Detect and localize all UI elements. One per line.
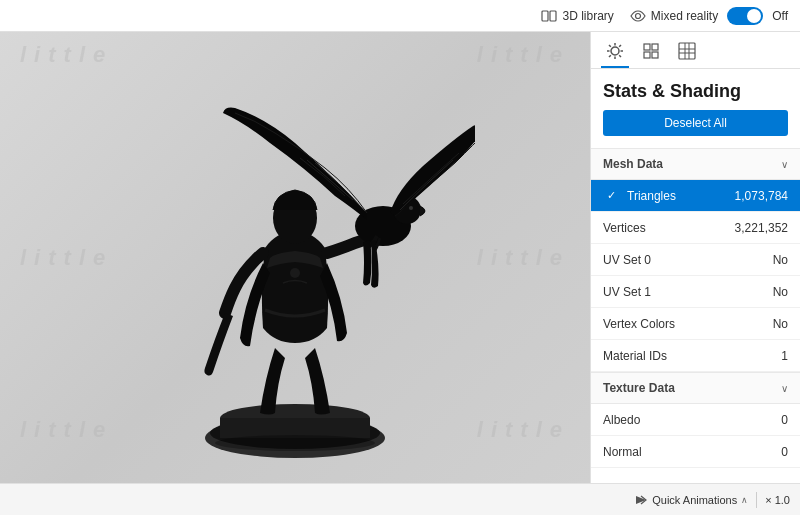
svg-rect-0 <box>542 11 548 21</box>
svg-line-18 <box>609 45 611 47</box>
svg-rect-22 <box>644 44 650 50</box>
library-label: 3D library <box>562 9 613 23</box>
svg-point-10 <box>409 206 413 210</box>
watermark-br: little <box>477 417 570 443</box>
texture-data-chevron[interactable]: ∨ <box>781 383 788 394</box>
mixed-reality-toggle[interactable] <box>727 7 763 25</box>
bottom-bar: Quick Animations ∧ × 1.0 <box>0 483 800 515</box>
bottom-bar-separator <box>756 492 757 508</box>
vertices-row: Vertices 3,221,352 <box>591 212 800 244</box>
right-panel: Stats & Shading Deselect All Mesh Data ∨… <box>590 32 800 483</box>
albedo-row: Albedo 0 <box>591 404 800 436</box>
svg-rect-23 <box>652 44 658 50</box>
albedo-label: Albedo <box>603 413 781 427</box>
svg-point-12 <box>215 435 375 451</box>
main-content: little little little little little littl… <box>0 32 800 483</box>
uv-set-1-value: No <box>773 285 788 299</box>
quick-animations-icon <box>634 493 648 507</box>
panel-tabs <box>591 32 800 69</box>
svg-line-20 <box>619 45 621 47</box>
triangles-row[interactable]: ✓ Triangles 1,073,784 <box>591 180 800 212</box>
scale-display-item: × 1.0 <box>765 494 790 506</box>
svg-rect-25 <box>652 52 658 58</box>
svg-line-21 <box>609 55 611 57</box>
scale-value: × 1.0 <box>765 494 790 506</box>
watermark-ml: little <box>20 245 113 271</box>
triangles-label: Triangles <box>627 189 735 203</box>
vertex-colors-row: Vertex Colors No <box>591 308 800 340</box>
library-icon <box>541 8 557 24</box>
mixed-reality-button[interactable]: Mixed reality Off <box>630 7 788 25</box>
normal-value: 0 <box>781 445 788 459</box>
mixed-reality-label: Mixed reality <box>651 9 718 23</box>
material-ids-value: 1 <box>781 349 788 363</box>
watermark-bl: little <box>20 417 113 443</box>
uv-set-0-label: UV Set 0 <box>603 253 773 267</box>
triangles-value: 1,073,784 <box>735 189 788 203</box>
deselect-all-button[interactable]: Deselect All <box>603 110 788 136</box>
svg-point-2 <box>635 13 640 18</box>
vertices-label: Vertices <box>603 221 735 235</box>
mesh-data-title: Mesh Data <box>603 157 663 171</box>
watermark-tr: little <box>477 42 570 68</box>
texture-data-title: Texture Data <box>603 381 675 395</box>
svg-rect-1 <box>550 11 556 21</box>
texture-data-section-header[interactable]: Texture Data ∨ <box>591 372 800 404</box>
normal-label: Normal <box>603 445 781 459</box>
uv-set-1-row: UV Set 1 No <box>591 276 800 308</box>
top-bar: 3D library Mixed reality Off <box>0 0 800 32</box>
svg-line-19 <box>619 55 621 57</box>
vertex-colors-value: No <box>773 317 788 331</box>
vertex-colors-label: Vertex Colors <box>603 317 773 331</box>
uv-set-1-label: UV Set 1 <box>603 285 773 299</box>
quick-animations-label: Quick Animations <box>652 494 737 506</box>
material-ids-row: Material IDs 1 <box>591 340 800 372</box>
svg-point-11 <box>290 268 300 278</box>
quick-animations-button[interactable]: Quick Animations ∧ <box>634 493 748 507</box>
svg-rect-26 <box>679 43 695 59</box>
toggle-off-label: Off <box>772 9 788 23</box>
viewport[interactable]: little little little little little littl… <box>0 32 590 483</box>
mesh-data-chevron[interactable]: ∨ <box>781 159 788 170</box>
mixed-reality-icon <box>630 8 646 24</box>
3d-library-button[interactable]: 3D library <box>541 8 613 24</box>
material-ids-label: Material IDs <box>603 349 781 363</box>
3d-model-display <box>115 48 475 468</box>
uv-set-0-value: No <box>773 253 788 267</box>
svg-point-13 <box>611 47 619 55</box>
vertices-value: 3,221,352 <box>735 221 788 235</box>
checkbox-check-icon: ✓ <box>607 189 616 202</box>
watermark-tl: little <box>20 42 113 68</box>
albedo-value: 0 <box>781 413 788 427</box>
watermark-mr: little <box>477 245 570 271</box>
normal-row: Normal 0 <box>591 436 800 468</box>
tab-texture[interactable] <box>673 40 701 68</box>
quick-animations-chevron[interactable]: ∧ <box>741 495 748 505</box>
svg-rect-24 <box>644 52 650 58</box>
tab-mesh[interactable] <box>637 40 665 68</box>
mesh-data-section-header[interactable]: Mesh Data ∨ <box>591 148 800 180</box>
triangles-checkbox[interactable]: ✓ <box>603 188 619 204</box>
panel-title: Stats & Shading <box>591 69 800 110</box>
uv-set-0-row: UV Set 0 No <box>591 244 800 276</box>
tab-lighting[interactable] <box>601 40 629 68</box>
